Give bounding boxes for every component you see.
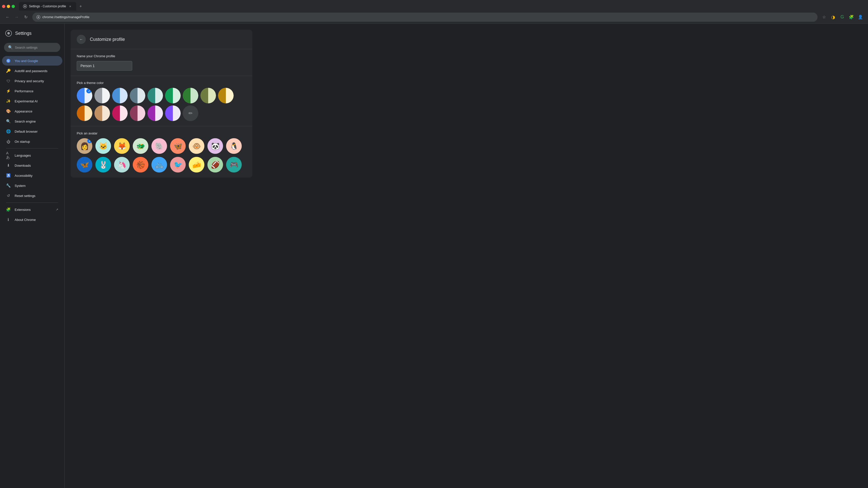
profile-name-input[interactable]: [77, 61, 132, 71]
sidebar-item-downloads[interactable]: ⬇Downloads: [2, 161, 62, 170]
you-and-google-label: You and Google: [14, 59, 38, 63]
content-area: ← Customize profile Name your Chrome pro…: [65, 24, 868, 488]
page-header: ← Customize profile: [71, 30, 252, 49]
experimental-ai-label: Experimental AI: [14, 99, 38, 103]
bookmark-button[interactable]: ☆: [820, 13, 828, 21]
url-bar[interactable]: chrome://settings/manageProfile: [32, 12, 817, 22]
color-swatch-11[interactable]: [112, 105, 128, 121]
avatar-item-7[interactable]: 🐼: [208, 138, 223, 154]
languages-icon: Aあ: [6, 153, 10, 158]
avatar-item-5[interactable]: 🦋: [170, 138, 186, 154]
appearance-label: Appearance: [14, 109, 32, 113]
name-section: Name your Chrome profile: [71, 49, 252, 76]
downloads-label: Downloads: [14, 164, 31, 167]
color-swatch-8[interactable]: [218, 88, 234, 103]
name-section-label: Name your Chrome profile: [77, 54, 246, 58]
sidebar-item-system[interactable]: 🔧System: [2, 181, 62, 190]
reload-button[interactable]: ↻: [22, 13, 29, 21]
extensions-button[interactable]: 🧩: [848, 13, 855, 21]
avatar-item-13[interactable]: 🚲: [151, 157, 167, 172]
default-browser-icon: 🌐: [6, 129, 10, 134]
settings-logo: [5, 30, 12, 37]
forward-nav-button[interactable]: →: [13, 13, 20, 21]
custom-color-button[interactable]: ✏: [183, 105, 198, 121]
avatar-item-12[interactable]: 🏀: [133, 157, 148, 172]
url-favicon: [36, 15, 40, 19]
google-account-icon[interactable]: G: [839, 13, 846, 21]
avatar-item-0[interactable]: 👩✓: [77, 138, 92, 154]
privacy-icon: 🛡: [6, 79, 10, 83]
color-swatch-12[interactable]: [130, 105, 145, 121]
default-browser-label: Default browser: [14, 130, 38, 133]
color-swatch-9[interactable]: [77, 105, 92, 121]
sidebar-item-about-chrome[interactable]: ℹAbout Chrome: [2, 215, 62, 224]
color-swatch-10[interactable]: [94, 105, 110, 121]
avatar-item-16[interactable]: 🏈: [208, 157, 223, 172]
color-swatch-14[interactable]: [165, 105, 181, 121]
sidebar-item-experimental-ai[interactable]: ✨Experimental AI: [2, 96, 62, 106]
color-swatch-4[interactable]: [147, 88, 163, 103]
sidebar-item-on-startup[interactable]: ⏻On startup: [2, 137, 62, 146]
avatar-item-9[interactable]: 🦋: [77, 157, 92, 172]
performance-label: Performance: [14, 89, 33, 93]
sidebar-item-autofill[interactable]: 🔑Autofill and passwords: [2, 66, 62, 76]
system-label: System: [14, 184, 26, 188]
color-swatch-2[interactable]: [112, 88, 128, 103]
avatar-section: Pick an avatar 👩✓🐱🦊🐲🐘🦋🐵🐼🐧🦋🐰🦄🏀🚲🐦🧀🏈🎮: [71, 126, 252, 177]
sidebar-item-reset-settings[interactable]: ↺Reset settings: [2, 191, 62, 200]
tab-close-button[interactable]: ✕: [68, 4, 72, 8]
color-swatch-7[interactable]: [200, 88, 216, 103]
close-button[interactable]: [2, 5, 5, 8]
sidebar-item-accessibility[interactable]: ♿Accessibility: [2, 171, 62, 180]
new-tab-button[interactable]: +: [77, 3, 84, 10]
avatar-item-17[interactable]: 🎮: [226, 157, 242, 172]
external-link-icon: ↗: [56, 208, 58, 212]
sidebar-item-languages[interactable]: AあLanguages: [2, 151, 62, 160]
main-layout: Settings 🔍 G You and Google🔑Autofill and…: [0, 24, 868, 488]
avatar-item-14[interactable]: 🐦: [170, 157, 186, 172]
avatar-item-15[interactable]: 🧀: [189, 157, 205, 172]
tab-favicon: [23, 4, 27, 8]
sidebar-item-extensions[interactable]: 🧩Extensions↗: [2, 205, 62, 215]
avatar-selected-checkmark: ✓: [87, 139, 92, 143]
profile-color-icon[interactable]: ◑: [830, 13, 837, 21]
avatar-section-label: Pick an avatar: [77, 131, 246, 135]
avatar-item-8[interactable]: 🐧: [226, 138, 242, 154]
color-swatch-6[interactable]: [183, 88, 198, 103]
autofill-label: Autofill and passwords: [14, 69, 48, 73]
avatar-item-3[interactable]: 🐲: [133, 138, 148, 154]
avatar-item-1[interactable]: 🐱: [95, 138, 111, 154]
sidebar-item-search-engine[interactable]: 🔍Search engine: [2, 117, 62, 126]
back-button[interactable]: ←: [77, 35, 86, 44]
color-swatch-3[interactable]: [130, 88, 145, 103]
sidebar-item-performance[interactable]: ⚡Performance: [2, 86, 62, 96]
search-input[interactable]: [15, 46, 57, 50]
reset-settings-icon: ↺: [6, 193, 10, 198]
color-swatch-13[interactable]: [147, 105, 163, 121]
avatar-item-2[interactable]: 🦊: [114, 138, 130, 154]
minimize-button[interactable]: [7, 5, 10, 8]
color-swatch-5[interactable]: [165, 88, 181, 103]
maximize-button[interactable]: [11, 5, 15, 8]
sidebar-item-privacy[interactable]: 🛡Privacy and security: [2, 76, 62, 86]
search-box[interactable]: 🔍: [4, 43, 60, 52]
back-nav-button[interactable]: ←: [4, 13, 11, 21]
active-tab[interactable]: Settings - Customize profile ✕: [19, 2, 76, 10]
sidebar-item-you-and-google[interactable]: G You and Google: [2, 56, 62, 66]
color-swatch-1[interactable]: [94, 88, 110, 103]
color-swatch-0[interactable]: ✓: [77, 88, 92, 103]
performance-icon: ⚡: [6, 89, 10, 93]
user-avatar-button[interactable]: 👤: [857, 13, 864, 21]
avatar-item-10[interactable]: 🐰: [95, 157, 111, 172]
traffic-lights: [2, 5, 15, 8]
search-engine-icon: 🔍: [6, 119, 10, 124]
theme-section: Pick a theme color ✓✏: [71, 76, 252, 126]
settings-header: Settings: [2, 28, 62, 39]
sidebar-item-default-browser[interactable]: 🌐Default browser: [2, 127, 62, 136]
avatar-item-4[interactable]: 🐘: [151, 138, 167, 154]
sidebar-item-appearance[interactable]: 🎨Appearance: [2, 106, 62, 116]
you-and-google-icon: G: [6, 59, 10, 63]
privacy-label: Privacy and security: [14, 79, 44, 83]
avatar-item-11[interactable]: 🦄: [114, 157, 130, 172]
avatar-item-6[interactable]: 🐵: [189, 138, 205, 154]
